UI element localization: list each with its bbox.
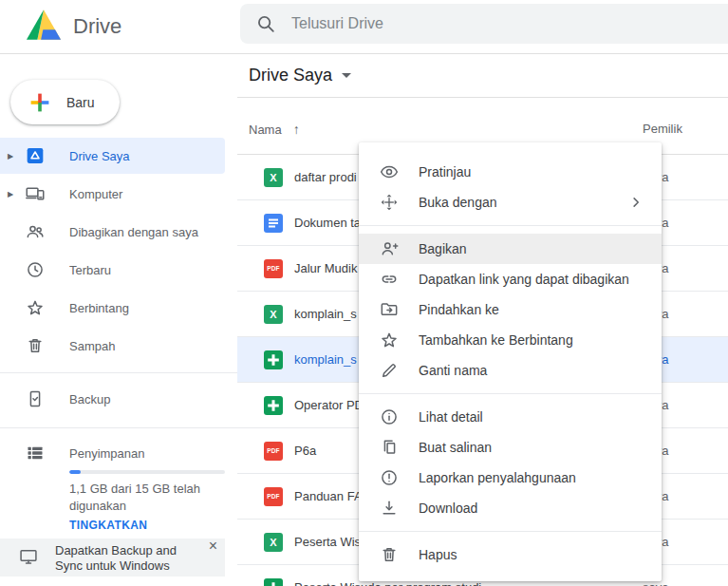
sheets-file-icon (264, 396, 283, 415)
menu-item-buka-dengan[interactable]: Buka dengan (359, 187, 662, 217)
drive-logo[interactable]: Drive (26, 9, 121, 45)
sidebar: Baru ▶ Drive Saya ▶ Komputer ▶ Dibagikan… (0, 54, 237, 586)
column-header-owner: Pemilik (643, 122, 682, 136)
menu-item-laporkan-penyalahgunaan[interactable]: Laporkan penyalahgunaan (359, 463, 662, 493)
sidebar-nav: ▶ Drive Saya ▶ Komputer ▶ Dibagikan deng… (0, 138, 237, 366)
app-header: Drive Telusuri Drive (0, 0, 728, 54)
sidebar-item-backup[interactable]: Backup (0, 380, 225, 418)
expand-arrow-icon[interactable]: ▶ (8, 190, 19, 198)
menu-item-ganti-nama[interactable]: Ganti nama (359, 355, 662, 386)
search-input[interactable]: Telusuri Drive (240, 4, 728, 44)
menu-item-pindahkan-ke[interactable]: Pindahkan ke (359, 294, 662, 325)
pdf-file-icon: PDF (264, 487, 283, 506)
docs-file-icon (264, 214, 283, 233)
search-icon[interactable] (255, 13, 276, 34)
drive-mini-icon (26, 146, 45, 165)
menu-item-buat-salinan[interactable]: Buat salinan (359, 432, 662, 463)
link-icon (380, 270, 402, 289)
pdf-file-icon: PDF (264, 442, 283, 461)
pencil-icon (380, 361, 402, 380)
trash-icon (26, 336, 45, 355)
submenu-chevron-icon (627, 194, 644, 211)
context-menu-section: Hapus (359, 531, 662, 570)
menu-item-lihat-detail[interactable]: Lihat detail (359, 402, 662, 432)
excel-file-icon: X (264, 533, 283, 552)
report-icon (380, 468, 402, 487)
pdf-file-icon: PDF (264, 259, 283, 278)
sidebar-item-sampah[interactable]: ▶ Sampah (0, 328, 225, 364)
context-menu: Pratinjau Buka dengan Bagikan Dapatkan l… (359, 142, 662, 581)
backup-device-icon (26, 389, 45, 408)
people-icon (26, 222, 45, 241)
sidebar-item-berbintang[interactable]: ▶ Berbintang (0, 290, 225, 326)
google-drive-window: Drive Telusuri Drive Baru ▶ Drive Saya ▶… (0, 0, 728, 586)
breadcrumb[interactable]: Drive Saya (249, 66, 351, 85)
copy-icon (380, 438, 402, 457)
folder-move-icon (380, 300, 402, 319)
context-menu-section: Bagikan Dapatkan link yang dapat dibagik… (359, 225, 662, 386)
info-icon (380, 407, 402, 426)
search-placeholder: Telusuri Drive (291, 15, 383, 32)
menu-item-bagikan[interactable]: Bagikan (359, 234, 662, 264)
monitor-icon (19, 547, 38, 566)
plus-multicolor-icon (28, 90, 52, 115)
column-header-name[interactable]: Nama ↑ (249, 122, 300, 137)
menu-item-pratinjau[interactable]: Pratinjau (359, 157, 662, 187)
expand-arrow-icon[interactable]: ▶ (8, 152, 19, 161)
star-icon (26, 298, 45, 317)
context-menu-section: Lihat detail Buat salinan Laporkan penya… (359, 393, 662, 523)
close-icon[interactable]: × (209, 539, 217, 554)
download-icon (380, 499, 402, 518)
menu-item-tambahkan-ke-berbintang[interactable]: Tambahkan ke Berbintang (359, 325, 662, 355)
sidebar-item-dibagikan-dengan-saya[interactable]: ▶ Dibagikan dengan saya (0, 214, 225, 250)
sidebar-item-storage[interactable]: Penyimpanan (0, 434, 225, 472)
computer-icon (26, 184, 45, 203)
star-icon (380, 331, 402, 350)
sidebar-item-komputer[interactable]: ▶ Komputer (0, 176, 225, 212)
new-button[interactable]: Baru (10, 80, 120, 124)
sidebar-divider (0, 372, 237, 373)
storage-progress-fill (69, 470, 81, 474)
app-title: Drive (73, 14, 121, 39)
sidebar-divider (0, 427, 237, 428)
eye-icon (380, 162, 402, 181)
context-menu-section: Pratinjau Buka dengan (359, 157, 662, 217)
storage-usage-text: 1,1 GB dari 15 GB telah digunakan (69, 481, 219, 516)
menu-item-hapus[interactable]: Hapus (359, 539, 662, 570)
drive-triangle-icon (26, 9, 62, 45)
excel-file-icon: X (264, 168, 283, 187)
backup-sync-promo: Dapatkan Backup and Sync untuk Windows × (0, 539, 225, 577)
location-toolbar: Drive Saya (237, 54, 728, 98)
sidebar-item-terbaru[interactable]: ▶ Terbaru (0, 252, 225, 288)
menu-item-dapatkan-link-yang-dapat-dibagikan[interactable]: Dapatkan link yang dapat dibagikan (359, 264, 662, 294)
storage-progress-bar (69, 470, 225, 474)
chevron-down-icon (342, 73, 351, 78)
sort-ascending-icon[interactable]: ↑ (293, 122, 300, 137)
upgrade-link[interactable]: TINGKATKAN (69, 519, 147, 532)
sheets-file-icon (264, 350, 283, 369)
menu-item-download[interactable]: Download (359, 493, 662, 523)
storage-icon (26, 444, 45, 463)
trash-icon (380, 545, 402, 564)
clock-icon (26, 260, 45, 279)
open-with-icon (380, 193, 402, 212)
excel-file-icon: X (264, 305, 283, 324)
person-add-icon (380, 239, 402, 258)
sheets-file-icon (264, 578, 283, 586)
sidebar-item-drive-saya[interactable]: ▶ Drive Saya (0, 138, 225, 174)
